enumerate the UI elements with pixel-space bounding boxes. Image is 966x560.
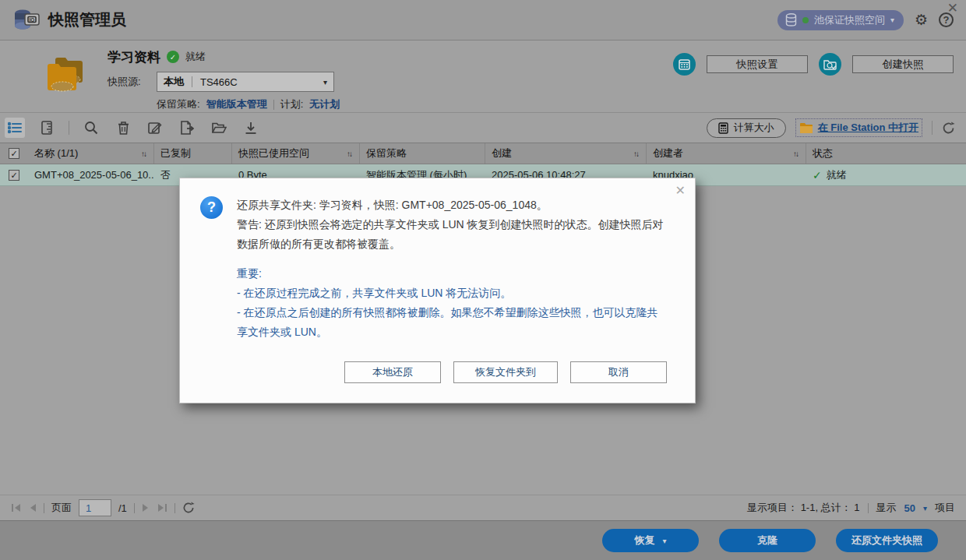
cancel-button[interactable]: 取消	[570, 361, 667, 383]
snapshot-name-cell: GMT+08_2025-05-06_10...	[28, 164, 154, 185]
window-close-icon[interactable]: ✕	[947, 0, 958, 16]
snapshot-folder-icon	[823, 58, 837, 70]
page-size-select[interactable]: 50	[904, 502, 915, 514]
clone-button[interactable]: 克隆	[719, 529, 816, 552]
snapshot-source-select[interactable]: 本地 TS466C ▾	[157, 72, 334, 92]
gear-icon[interactable]: ⚙	[915, 12, 928, 27]
toolbar-right: 计算大小 在 File Station 中打开	[707, 118, 955, 138]
row-checkbox-cell: ✓	[0, 164, 28, 185]
pool-pill-label: 池保证快照空间	[814, 13, 885, 27]
snapshot-source-label: 快照源:	[108, 75, 157, 89]
sort-icon[interactable]: ↑↓	[633, 150, 640, 158]
restore-folder-snapshot-button[interactable]: 还原文件夹快照	[836, 529, 938, 552]
important-title: 重要:	[237, 264, 667, 284]
calculate-size-label: 计算大小	[734, 121, 774, 135]
row-checkbox[interactable]: ✓	[9, 170, 19, 181]
column-header-used-space[interactable]: 快照已使用空间 ↑↓	[232, 143, 360, 164]
items-summary: 显示项目： 1-1, 总计： 1	[747, 501, 859, 515]
chevron-down-icon: ▾	[662, 537, 666, 545]
column-header-status[interactable]: 状态	[806, 143, 966, 164]
divider	[868, 503, 869, 513]
calendar-icon	[679, 58, 690, 70]
snapshot-schedule-button[interactable]	[673, 53, 696, 76]
dialog-close-icon[interactable]: ✕	[675, 183, 686, 198]
divider	[932, 121, 933, 135]
column-header-copied[interactable]: 已复制	[154, 143, 232, 164]
items-label: 项目	[935, 501, 955, 515]
folder-name: 学习资料	[108, 48, 160, 66]
local-revert-button[interactable]: 本地还原	[344, 361, 441, 383]
retention-policy-link[interactable]: 智能版本管理	[206, 97, 267, 111]
select-all-checkbox-cell: ✓	[0, 143, 28, 164]
titlebar: IO 快照管理员 池保证快照空间 ▾ ⚙ ? ✕	[0, 0, 966, 41]
dialog-warning-line: 警告: 还原到快照会将选定的共享文件夹或 LUN 恢复到创建快照时的状态。创建快…	[237, 215, 667, 254]
pool-status-dot	[802, 17, 809, 23]
divider	[44, 503, 44, 513]
sort-icon[interactable]: ↑↓	[793, 150, 799, 158]
restore-folder-to-button[interactable]: 恢复文件夹到	[453, 361, 558, 383]
page-title: 快照管理员	[48, 9, 126, 30]
schedule-label: 计划:	[280, 97, 304, 111]
source-scope: 本地	[164, 75, 184, 89]
check-icon: ✓	[813, 169, 822, 181]
dialog-important-block: 重要: - 在还原过程完成之前，共享文件夹或 LUN 将无法访问。 - 在还原点…	[237, 264, 667, 342]
edit-snapshot-button[interactable]	[145, 118, 165, 138]
open-folder-button[interactable]	[209, 118, 229, 138]
page-label: 页面	[51, 501, 72, 515]
divider	[273, 100, 274, 110]
divider	[134, 503, 135, 513]
select-all-checkbox[interactable]: ✓	[9, 148, 19, 159]
titlebar-actions: 池保证快照空间 ▾ ⚙ ?	[777, 10, 954, 30]
file-station-link[interactable]: 在 File Station 中打开	[818, 121, 918, 135]
status-cell: ✓ 就绪	[806, 164, 966, 185]
next-page-icon[interactable]	[142, 503, 150, 512]
first-page-icon[interactable]	[11, 503, 22, 512]
status-ready-icon: ✓	[167, 51, 179, 63]
column-label: 快照已使用空间	[238, 146, 309, 160]
chevron-down-icon: ▾	[323, 78, 327, 86]
export-snapshot-button[interactable]	[177, 118, 197, 138]
prev-page-icon[interactable]	[29, 503, 37, 512]
page-number-input[interactable]	[79, 499, 111, 516]
revert-label: 恢复	[634, 534, 654, 548]
delete-snapshot-button[interactable]	[113, 118, 133, 138]
take-snapshot-circle-button[interactable]	[819, 53, 841, 76]
folder-summary-header: 学习资料 ✓ 就绪 快照源: 本地 TS466C ▾ 保留策略: 智能版本管理 …	[0, 41, 966, 113]
sort-icon[interactable]: ↑↓	[347, 150, 353, 158]
snapshot-toolbar: 计算大小 在 File Station 中打开	[0, 113, 966, 143]
sort-icon[interactable]: ↑↓	[141, 150, 147, 158]
refresh-icon[interactable]	[182, 502, 195, 514]
open-in-file-station[interactable]: 在 File Station 中打开	[795, 118, 922, 137]
shared-folder-icon	[47, 50, 93, 95]
calculate-size-button[interactable]: 计算大小	[707, 118, 786, 138]
column-header-creator[interactable]: 创建者 ↑↓	[647, 143, 806, 164]
list-view-button[interactable]	[5, 118, 25, 138]
file-station-folder-icon	[799, 122, 813, 134]
show-label: 显示	[876, 501, 897, 515]
column-label: 创建者	[653, 146, 683, 160]
download-icon[interactable]	[241, 118, 261, 138]
chevron-down-icon[interactable]: ▾	[923, 504, 927, 512]
database-icon	[785, 13, 797, 26]
revert-button[interactable]: 恢复 ▾	[602, 529, 699, 552]
refresh-icon[interactable]	[942, 122, 955, 135]
timeline-view-button[interactable]	[37, 118, 57, 138]
important-point-1: - 在还原过程完成之前，共享文件夹或 LUN 将无法访问。	[237, 284, 667, 303]
pool-snapshot-space-button[interactable]: 池保证快照空间 ▾	[777, 10, 904, 30]
search-icon[interactable]	[81, 118, 101, 138]
pagination-bar: 页面 /1 显示项目： 1-1, 总计： 1 显示 50 ▾ 项目	[0, 495, 966, 520]
snapshot-settings-button[interactable]: 快照设置	[707, 55, 808, 73]
column-label: 已复制	[160, 146, 191, 160]
schedule-link[interactable]: 无计划	[309, 97, 340, 111]
last-page-icon[interactable]	[157, 503, 167, 512]
pager-summary: 显示项目： 1-1, 总计： 1 显示 50 ▾ 项目	[747, 501, 955, 515]
column-header-policy[interactable]: 保留策略	[360, 143, 485, 164]
divider	[192, 76, 192, 87]
column-header-created[interactable]: 创建 ↑↓	[485, 143, 647, 164]
chevron-down-icon: ▾	[890, 16, 894, 24]
svg-text:IO: IO	[30, 16, 35, 22]
take-snapshot-button[interactable]: 创建快照	[852, 55, 954, 73]
retention-policy-label: 保留策略:	[157, 97, 200, 111]
bottom-action-bar: 恢复 ▾ 克隆 还原文件夹快照	[0, 520, 966, 560]
column-header-name[interactable]: 名称 (1/1) ↑↓	[28, 143, 154, 164]
